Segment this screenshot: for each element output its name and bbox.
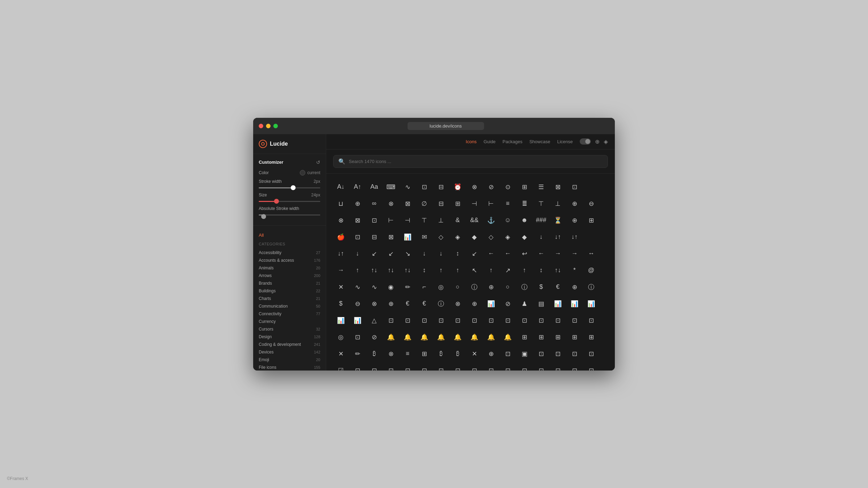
icon-cell[interactable]: ⊙ <box>500 179 515 195</box>
icon-cell[interactable]: 📊 <box>584 296 599 311</box>
icon-cell[interactable]: ⊡ <box>417 179 432 195</box>
icon-cell[interactable]: ↑ <box>517 263 532 278</box>
icon-cell[interactable]: ⊡ <box>467 363 482 371</box>
icon-cell[interactable]: ◆ <box>517 229 532 245</box>
icon-cell[interactable]: * <box>567 263 582 278</box>
icon-cell[interactable]: ⊡ <box>550 313 565 328</box>
icon-cell[interactable]: ⊞ <box>517 330 532 345</box>
icon-cell[interactable]: 🔔 <box>417 330 432 345</box>
icon-cell[interactable]: 🔔 <box>433 330 449 345</box>
nav-showcase[interactable]: Showcase <box>529 139 550 144</box>
icon-cell[interactable]: ⊡ <box>533 363 549 371</box>
icon-cell[interactable]: ∿ <box>350 279 365 295</box>
theme-toggle[interactable] <box>580 138 591 145</box>
icon-cell[interactable]: 📊 <box>400 229 415 245</box>
icon-cell[interactable]: ₿ <box>433 346 449 361</box>
icon-cell[interactable]: ↑ <box>350 263 365 278</box>
icon-cell[interactable]: ↓↑ <box>550 229 565 245</box>
icon-cell[interactable]: ₿ <box>450 346 465 361</box>
icon-cell[interactable]: ⊡ <box>450 363 465 371</box>
icon-cell[interactable]: ☻ <box>517 213 532 228</box>
icon-cell[interactable]: ↙ <box>467 246 482 261</box>
icon-cell[interactable]: ♟ <box>517 296 532 311</box>
icon-cell[interactable]: ↕ <box>533 263 549 278</box>
icon-cell[interactable]: ∿ <box>400 179 415 195</box>
icon-cell[interactable]: € <box>550 279 565 295</box>
nav-item[interactable]: Devices142 <box>259 348 320 356</box>
icon-cell[interactable]: ✏ <box>400 279 415 295</box>
icon-cell[interactable]: ▤ <box>533 296 549 311</box>
icon-cell[interactable]: ⊘ <box>367 330 382 345</box>
icon-cell[interactable]: ☑ <box>333 363 348 371</box>
icon-cell[interactable]: $ <box>533 279 549 295</box>
icon-cell[interactable]: ⊤ <box>417 213 432 228</box>
nav-item[interactable]: Accounts & access176 <box>259 257 320 264</box>
icon-cell[interactable]: ↙ <box>367 246 382 261</box>
nav-item[interactable]: Accessibility27 <box>259 249 320 257</box>
icon-cell[interactable]: ↑↓ <box>400 263 415 278</box>
icon-cell[interactable]: @ <box>584 263 599 278</box>
github-icon[interactable]: ⊕ <box>595 138 600 145</box>
icon-cell[interactable]: $ <box>333 296 348 311</box>
icon-cell[interactable]: → <box>333 263 348 278</box>
icon-cell[interactable]: ⌨ <box>383 179 399 195</box>
icon-cell[interactable]: ⊢ <box>483 196 499 211</box>
icon-cell[interactable]: ⚓ <box>483 213 499 228</box>
icon-cell[interactable]: ⊡ <box>367 213 382 228</box>
icon-cell[interactable]: ◉ <box>383 279 399 295</box>
icon-cell[interactable]: ⊗ <box>467 179 482 195</box>
nav-item[interactable]: Design128 <box>259 333 320 341</box>
icon-cell[interactable]: ⊗ <box>383 196 399 211</box>
icon-cell[interactable]: ⊕ <box>567 279 582 295</box>
icon-cell[interactable]: ⊡ <box>417 313 432 328</box>
icon-cell[interactable]: ⊡ <box>383 313 399 328</box>
icon-cell[interactable]: ↗ <box>500 263 515 278</box>
icon-cell[interactable]: ### <box>533 213 549 228</box>
icon-cell[interactable]: ⊣ <box>400 213 415 228</box>
icon-cell[interactable]: ⊞ <box>417 346 432 361</box>
nav-guide[interactable]: Guide <box>483 139 496 144</box>
icon-cell[interactable]: ₿ <box>367 346 382 361</box>
close-button[interactable] <box>259 124 263 128</box>
icon-cell[interactable]: ≡ <box>400 346 415 361</box>
icon-cell[interactable]: ⊗ <box>383 346 399 361</box>
icon-cell[interactable]: ⊟ <box>433 196 449 211</box>
icon-cell[interactable]: ⊗ <box>367 296 382 311</box>
icon-cell[interactable]: ◎ <box>333 330 348 345</box>
icon-cell[interactable]: ⊣ <box>467 196 482 211</box>
icon-cell[interactable]: ⊥ <box>433 213 449 228</box>
icon-cell[interactable]: ↕ <box>450 246 465 261</box>
icon-cell[interactable]: ⊕ <box>483 346 499 361</box>
icon-cell[interactable]: 🔔 <box>450 330 465 345</box>
icon-cell[interactable]: ∞ <box>367 196 382 211</box>
icon-cell[interactable]: ⊥ <box>550 196 565 211</box>
icon-cell[interactable]: 📊 <box>483 296 499 311</box>
icon-cell[interactable]: ⊠ <box>350 213 365 228</box>
nav-item[interactable]: Currency <box>259 318 320 325</box>
icon-cell[interactable]: ↑ <box>450 263 465 278</box>
icon-cell[interactable]: ◎ <box>433 279 449 295</box>
icon-cell[interactable]: && <box>467 213 482 228</box>
nav-item[interactable]: Charts21 <box>259 295 320 302</box>
icon-cell[interactable]: ⊡ <box>550 363 565 371</box>
icon-cell[interactable]: ⊡ <box>517 313 532 328</box>
icon-cell[interactable]: ⊕ <box>350 196 365 211</box>
icon-cell[interactable]: ◈ <box>450 229 465 245</box>
icon-cell[interactable]: ⊔ <box>333 196 348 211</box>
icon-cell[interactable]: 📊 <box>550 296 565 311</box>
nav-all[interactable]: All <box>259 231 320 239</box>
icon-cell[interactable]: ⊡ <box>450 313 465 328</box>
nav-item[interactable]: Buildings22 <box>259 287 320 295</box>
icon-cell[interactable]: ⊞ <box>550 330 565 345</box>
icon-cell[interactable]: ⊗ <box>450 296 465 311</box>
icon-cell[interactable]: ⊞ <box>567 330 582 345</box>
icon-cell[interactable]: ⊡ <box>500 346 515 361</box>
icon-cell[interactable]: ⊞ <box>533 330 549 345</box>
icon-cell[interactable]: ⊖ <box>350 296 365 311</box>
nav-packages[interactable]: Packages <box>503 139 522 144</box>
icon-cell[interactable]: ⊖ <box>584 196 599 211</box>
icon-cell[interactable]: ⊡ <box>533 313 549 328</box>
icon-cell[interactable]: ⊟ <box>367 229 382 245</box>
icon-cell[interactable]: ⓘ <box>433 296 449 311</box>
icon-cell[interactable]: ⌐ <box>417 279 432 295</box>
